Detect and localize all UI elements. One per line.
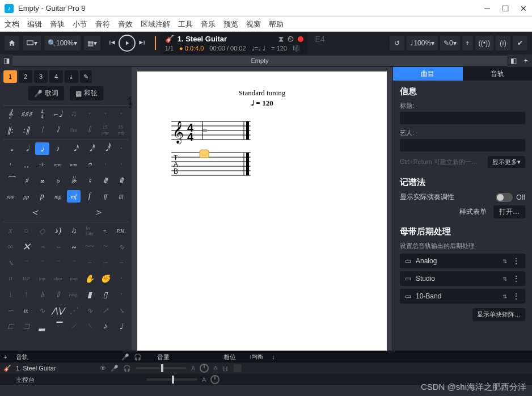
staccato-icon[interactable]: ∞ bbox=[3, 241, 18, 253]
clef-icon[interactable]: 𝄞 bbox=[3, 108, 18, 120]
menu-help[interactable]: 帮助 bbox=[269, 19, 284, 30]
display-mode-button[interactable]: ▾ bbox=[23, 36, 41, 50]
barline-icon[interactable]: 𝄀 bbox=[35, 124, 49, 136]
tremolo2-icon[interactable]: ∿ bbox=[82, 304, 96, 317]
double-sharp-icon[interactable]: 𝄪 bbox=[35, 174, 49, 187]
slide6-icon[interactable]: ⌢ bbox=[98, 256, 112, 269]
pp-icon[interactable]: pp bbox=[19, 190, 33, 203]
grace2-icon[interactable]: ♫ bbox=[67, 225, 81, 237]
fermata-icon[interactable]: 𝄐 bbox=[82, 158, 96, 171]
let-ring-icon[interactable]: letring bbox=[82, 225, 96, 237]
fade-icon[interactable]: ↗ bbox=[98, 304, 112, 317]
transpose-button[interactable]: ✎ 0 ▾ bbox=[440, 36, 460, 50]
track-auto-button[interactable] bbox=[234, 364, 242, 372]
layout-button[interactable]: ▦▾ bbox=[84, 36, 100, 50]
menu-file[interactable]: 文档 bbox=[5, 19, 19, 30]
menu-effects[interactable]: 音效 bbox=[118, 19, 133, 30]
multirest-button[interactable]: ⫰ bbox=[65, 70, 78, 83]
tab-track[interactable]: 音轨 bbox=[463, 67, 533, 81]
tie-icon[interactable]: ⁀ bbox=[3, 174, 18, 187]
fx-menu-icon[interactable]: ⋮ bbox=[510, 292, 522, 300]
slide3-icon[interactable]: ⌒ bbox=[51, 256, 65, 269]
barlines-icon[interactable]: 𝄁 bbox=[51, 124, 65, 136]
fx-row-10band[interactable]: ▭ 10-Band ⇅ ⋮ bbox=[400, 289, 525, 304]
shift-down-icon[interactable]: ⤋ bbox=[98, 174, 112, 187]
brush-button[interactable]: ✔ bbox=[513, 36, 527, 50]
artist-input[interactable] bbox=[400, 139, 525, 151]
home-button[interactable] bbox=[5, 36, 19, 50]
flag1-icon[interactable]: ▮ bbox=[82, 288, 96, 301]
dead-note-icon[interactable]: x bbox=[3, 225, 18, 237]
slide4-icon[interactable]: ⌒ bbox=[67, 256, 81, 269]
quarter-note-icon[interactable]: ♩ bbox=[35, 142, 49, 155]
slide7-icon[interactable]: ⌢ bbox=[114, 256, 128, 269]
document-tab[interactable]: Empty bbox=[12, 56, 507, 66]
pitch-up-button[interactable]: + bbox=[462, 36, 473, 50]
fx-select-arrows-icon[interactable]: ⇅ bbox=[503, 276, 507, 282]
mp-icon[interactable]: mp bbox=[51, 190, 65, 203]
accent-icon[interactable]: ◇ bbox=[35, 225, 49, 237]
add-track-button[interactable]: + bbox=[3, 353, 11, 360]
menu-view[interactable]: 预览 bbox=[223, 19, 238, 30]
fx-select-arrows-icon[interactable]: ⇅ bbox=[503, 258, 507, 264]
tuning-fork-icon[interactable]: 🎼 bbox=[293, 45, 301, 52]
flag2-icon[interactable]: ▯ bbox=[98, 288, 112, 301]
view-2-button[interactable]: 2 bbox=[19, 70, 32, 83]
fifteen-ma-icon[interactable]: 15ma bbox=[98, 124, 112, 136]
track-volume-slider[interactable] bbox=[136, 367, 187, 369]
end-note1-icon[interactable]: ♪ bbox=[98, 320, 112, 332]
vibrato-icon[interactable]: ~ bbox=[98, 241, 112, 253]
loop-button[interactable]: ↺ bbox=[390, 36, 404, 50]
na8-icon[interactable]: · bbox=[114, 288, 128, 301]
na1-icon[interactable]: · bbox=[82, 108, 96, 120]
right-panel-toggle[interactable]: ◧ bbox=[507, 54, 520, 67]
grace-icon[interactable]: ♪) bbox=[51, 225, 65, 237]
octave-down-icon[interactable]: 𝄃 bbox=[82, 124, 96, 136]
minimize-button[interactable]: ─ bbox=[483, 5, 491, 12]
dot-icon[interactable]: · bbox=[3, 158, 18, 171]
thirtysecond-note-icon[interactable]: 𝅘𝅥𝅰 bbox=[82, 142, 96, 155]
menu-note[interactable]: 音符 bbox=[95, 19, 110, 30]
close-button[interactable]: ✕ bbox=[520, 5, 527, 12]
menu-tools[interactable]: 工具 bbox=[178, 19, 193, 30]
fx-menu-icon[interactable]: ⋮ bbox=[510, 257, 522, 265]
play-button[interactable] bbox=[119, 35, 136, 52]
turn-icon[interactable]: ∽ bbox=[3, 304, 18, 317]
po-icon[interactable]: H/P bbox=[19, 272, 33, 285]
line-in-button[interactable]: (ı) bbox=[496, 36, 510, 50]
rasg-icon[interactable]: rasg. bbox=[67, 288, 81, 301]
left-panel-toggle[interactable]: ◨ bbox=[0, 54, 12, 67]
design-mode-button[interactable]: ✎ bbox=[80, 70, 92, 83]
sus2-icon[interactable]: ⟍ bbox=[82, 320, 96, 332]
view-3-button[interactable]: 3 bbox=[34, 70, 48, 83]
crescendo-icon[interactable]: ＜ bbox=[3, 206, 65, 218]
flat-icon[interactable]: ♭ bbox=[51, 174, 65, 187]
marker1-icon[interactable]: ⊏ bbox=[3, 320, 18, 332]
ntuplet-icon[interactable]: n:m bbox=[51, 158, 65, 171]
fx-select-arrows-icon[interactable]: ⇅ bbox=[503, 293, 507, 300]
maximize-button[interactable]: ☐ bbox=[501, 5, 509, 12]
bend-icon[interactable]: ↘ bbox=[3, 256, 18, 269]
master-volume-slider[interactable] bbox=[146, 378, 197, 381]
strum-down-icon[interactable]: ✋ bbox=[82, 272, 96, 285]
x-note-icon[interactable]: ✕ bbox=[19, 241, 33, 253]
brush-down-icon[interactable]: ⇓ bbox=[35, 288, 49, 301]
free-time-icon[interactable]: ⌐♩ bbox=[51, 108, 65, 120]
repeat-open-icon[interactable]: ‖: bbox=[3, 124, 18, 136]
marker2-icon[interactable]: ⊐ bbox=[19, 320, 33, 332]
master-row-name[interactable]: 主控台 bbox=[16, 376, 95, 384]
menu-section[interactable]: 区域注解 bbox=[141, 19, 170, 30]
f-icon[interactable]: f bbox=[82, 190, 96, 203]
na3-icon[interactable]: · bbox=[114, 108, 128, 120]
master-pan-knob[interactable] bbox=[210, 375, 219, 384]
sixtyfourth-note-icon[interactable]: 𝅘𝅥𝅱 bbox=[98, 142, 112, 155]
sixteenth-note-icon[interactable]: 𝅘𝅥𝅯 bbox=[67, 142, 81, 155]
tap-icon[interactable]: tap bbox=[35, 272, 49, 285]
fx-row-analog[interactable]: ▭ Analog ⇅ ⋮ bbox=[400, 254, 525, 268]
triplet-feel-icon[interactable]: ♫ bbox=[67, 108, 81, 120]
double-flat-icon[interactable]: 𝄫 bbox=[67, 174, 81, 187]
open-stylesheet-button[interactable]: 打开… bbox=[493, 205, 525, 218]
ff-icon[interactable]: ff bbox=[98, 190, 112, 203]
menu-bar[interactable]: 小节 bbox=[73, 19, 87, 30]
tremolo-icon[interactable]: ⋰ bbox=[67, 304, 81, 317]
